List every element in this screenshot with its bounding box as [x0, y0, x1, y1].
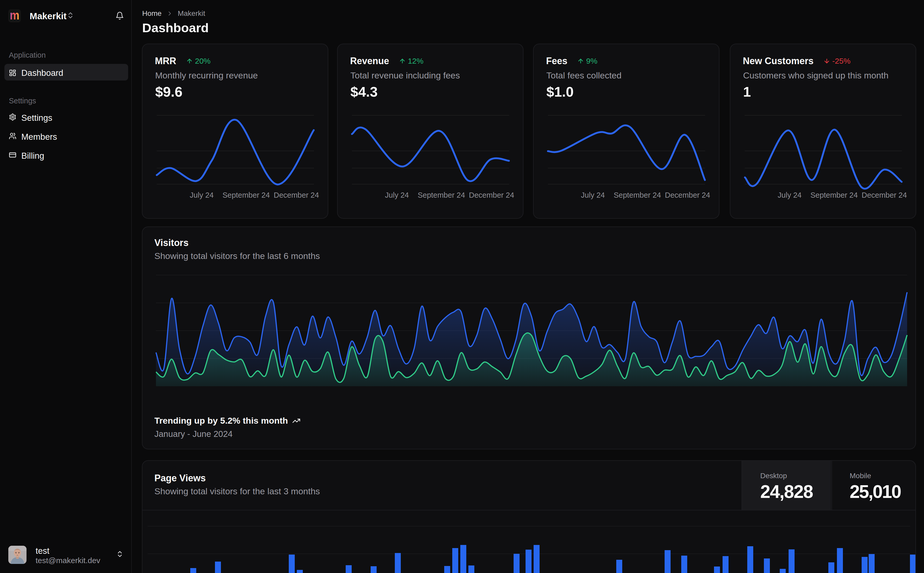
svg-text:m: m: [10, 9, 19, 22]
